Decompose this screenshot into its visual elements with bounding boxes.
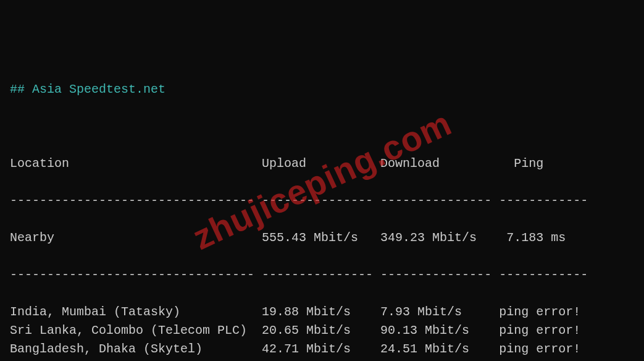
divider-line: --------------------------------- ------… bbox=[10, 192, 634, 210]
section-heading: ## Asia Speedtest.net bbox=[10, 80, 634, 99]
speedtest-row: India, Mumbai (Tatasky) 19.88 Mbit/s 7.9… bbox=[10, 303, 634, 321]
nearby-row: Nearby 555.43 Mbit/s 349.23 Mbit/s 7.183… bbox=[10, 229, 634, 247]
column-header-row: Location Upload Download Ping bbox=[10, 155, 634, 173]
speedtest-row: Bangladesh, Dhaka (Skytel) 42.71 Mbit/s … bbox=[10, 340, 634, 359]
divider-line: --------------------------------- ------… bbox=[10, 266, 634, 284]
speedtest-row: Sri Lanka, Colombo (Telecom PLC) 20.65 M… bbox=[10, 321, 634, 340]
speedtest-row: Myanmar, Yangon (5BB Broadband) 4.94 Mbi… bbox=[10, 359, 634, 361]
blank-line bbox=[10, 117, 634, 136]
